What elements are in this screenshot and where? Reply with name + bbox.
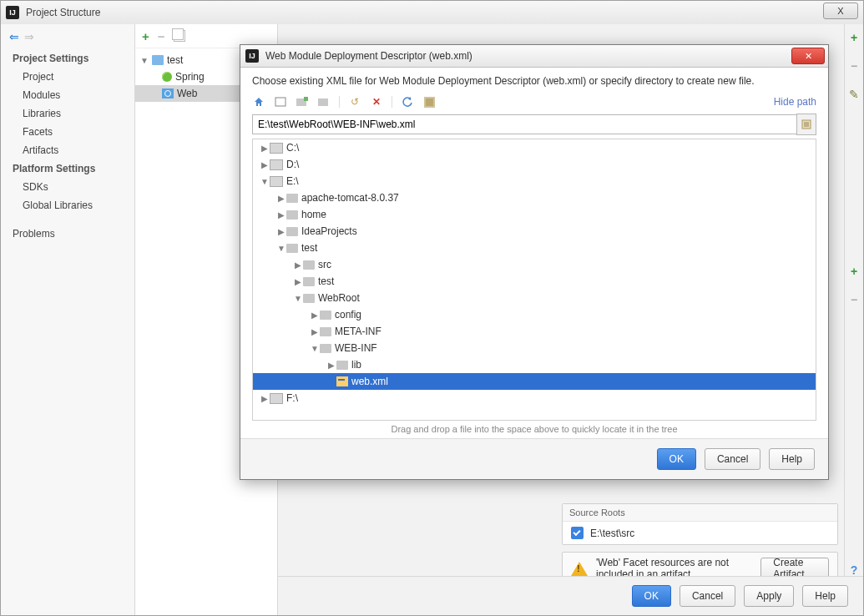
folder-tomcat[interactable]: ▶apache-tomcat-8.0.37 — [253, 189, 816, 206]
undo-icon[interactable]: ↺ — [348, 95, 361, 109]
sidebar-item-project[interactable]: Project — [1, 68, 134, 86]
sidebar-item-facets[interactable]: Facets — [1, 123, 134, 141]
delete-icon[interactable]: ✕ — [370, 95, 383, 109]
tree-label: IdeaProjects — [301, 225, 357, 237]
window-close-button[interactable]: X — [823, 3, 858, 19]
source-root-row[interactable]: E:\test\src — [563, 522, 837, 544]
dialog-help-button[interactable]: Help — [769, 448, 815, 470]
module-icon — [152, 55, 164, 65]
dialog-toolbar: ↺ ✕ Hide path — [252, 95, 816, 109]
svg-rect-3 — [318, 98, 328, 106]
home-icon[interactable] — [252, 95, 265, 109]
source-roots-box: Source Roots E:\test\src — [562, 503, 838, 545]
drive-icon — [270, 176, 283, 187]
sidebar-item-sdks[interactable]: SDKs — [1, 178, 134, 196]
dialog-title: Web Module Deployment Descriptor (web.xm… — [265, 50, 472, 62]
folder-metainf[interactable]: ▶META-INF — [253, 323, 816, 340]
folder-icon — [286, 210, 298, 220]
folder-home[interactable]: ▶home — [253, 206, 816, 223]
hide-path-link[interactable]: Hide path — [774, 96, 816, 108]
ok-button[interactable]: OK — [632, 585, 671, 607]
toolbar-remove-icon[interactable]: − — [847, 59, 861, 73]
tree-label: test — [318, 275, 334, 287]
history-button[interactable] — [796, 114, 816, 135]
add-icon[interactable]: + — [142, 29, 149, 43]
file-web-xml[interactable]: web.xml — [253, 373, 816, 390]
sidebar-heading-project-settings: Project Settings — [1, 49, 134, 68]
drive-f[interactable]: ▶F:\ — [253, 390, 816, 406]
project-dir-icon[interactable] — [274, 95, 287, 109]
file-chooser-dialog: IJ Web Module Deployment Descriptor (web… — [240, 44, 829, 480]
tree-label: test — [301, 242, 317, 254]
folder-lib[interactable]: ▶lib — [253, 356, 816, 373]
folder-icon — [286, 194, 298, 203]
drive-icon — [270, 393, 283, 404]
tree-label: web.xml — [351, 376, 388, 387]
dialog-close-button[interactable]: ✕ — [791, 48, 825, 64]
tree-label: Spring — [175, 71, 205, 83]
dialog-app-icon: IJ — [245, 49, 259, 63]
remove-icon[interactable]: − — [158, 29, 165, 43]
show-hidden-icon[interactable] — [422, 95, 436, 109]
sidebar-item-modules[interactable]: Modules — [1, 86, 134, 104]
vertical-toolbar: + − ✎ + − ? — [844, 24, 863, 577]
drive-e[interactable]: ▼E:\ — [253, 173, 816, 189]
cancel-button[interactable]: Cancel — [680, 585, 735, 607]
folder-icon — [320, 327, 331, 336]
folder-icon — [286, 227, 298, 236]
dialog-ok-button[interactable]: OK — [657, 448, 696, 470]
web-icon — [162, 88, 174, 98]
folder-ideaprojects[interactable]: ▶IdeaProjects — [253, 223, 816, 240]
new-folder2-icon[interactable] — [317, 95, 331, 109]
new-folder-icon[interactable] — [296, 95, 309, 109]
refresh-icon[interactable] — [401, 95, 414, 109]
titlebar: IJ Project Structure X — [1, 1, 863, 25]
expand-icon[interactable]: ▼ — [140, 56, 149, 65]
nav-forward-icon[interactable]: ⇒ — [24, 31, 34, 43]
file-tree[interactable]: ▶C:\ ▶D:\ ▼E:\ ▶apache-tomcat-8.0.37 ▶ho… — [252, 139, 816, 421]
project-structure-window: IJ Project Structure X ⇐ ⇒ Project Setti… — [0, 0, 864, 616]
folder-test-inner[interactable]: ▶test — [253, 273, 816, 290]
dialog-footer: OK Cancel Help — [240, 438, 828, 479]
toolbar-remove2-icon[interactable]: − — [847, 293, 861, 306]
separator-icon — [392, 96, 392, 108]
dialog-cancel-button[interactable]: Cancel — [705, 448, 760, 470]
folder-icon — [303, 294, 315, 303]
drive-icon — [270, 143, 283, 154]
tree-label: F:\ — [286, 392, 298, 404]
sidebar-item-artifacts[interactable]: Artifacts — [1, 141, 134, 159]
dialog-titlebar: IJ Web Module Deployment Descriptor (web… — [240, 45, 828, 68]
help-button[interactable]: Help — [802, 585, 848, 607]
folder-config[interactable]: ▶config — [253, 306, 816, 323]
path-input[interactable] — [252, 114, 796, 134]
tree-label: src — [318, 259, 331, 270]
toolbar-edit-icon[interactable]: ✎ — [847, 88, 861, 101]
left-sidebar: ⇐ ⇒ Project Settings Project Modules Lib… — [1, 24, 135, 615]
drive-d[interactable]: ▶D:\ — [253, 156, 816, 173]
sidebar-item-problems[interactable]: Problems — [1, 225, 134, 243]
sidebar-heading-platform-settings: Platform Settings — [1, 159, 134, 178]
toolbar-add-icon[interactable]: + — [847, 31, 861, 44]
sidebar-item-global-libraries[interactable]: Global Libraries — [1, 196, 134, 215]
tree-label: apache-tomcat-8.0.37 — [301, 192, 399, 204]
source-root-path: E:\test\src — [590, 528, 634, 539]
tree-label: Web — [177, 88, 197, 99]
folder-webinf[interactable]: ▼WEB-INF — [253, 340, 816, 356]
dialog-instruction: Choose existing XML file for Web Module … — [252, 75, 816, 87]
folder-icon — [320, 344, 331, 353]
checkbox-checked-icon[interactable] — [571, 527, 584, 539]
tree-label: E:\ — [286, 175, 299, 187]
toolbar-help-icon[interactable]: ? — [847, 563, 861, 577]
xml-file-icon — [336, 376, 348, 386]
drive-c[interactable]: ▶C:\ — [253, 139, 816, 156]
separator-icon — [339, 96, 340, 108]
tree-label: test — [167, 54, 183, 66]
nav-back-icon[interactable]: ⇐ — [9, 31, 19, 43]
folder-test[interactable]: ▼test — [253, 240, 816, 256]
toolbar-add2-icon[interactable]: + — [847, 265, 861, 278]
sidebar-item-libraries[interactable]: Libraries — [1, 104, 134, 123]
folder-webroot[interactable]: ▼WebRoot — [253, 290, 816, 306]
folder-src[interactable]: ▶src — [253, 256, 816, 273]
apply-button[interactable]: Apply — [744, 585, 794, 607]
copy-icon[interactable] — [174, 30, 185, 42]
